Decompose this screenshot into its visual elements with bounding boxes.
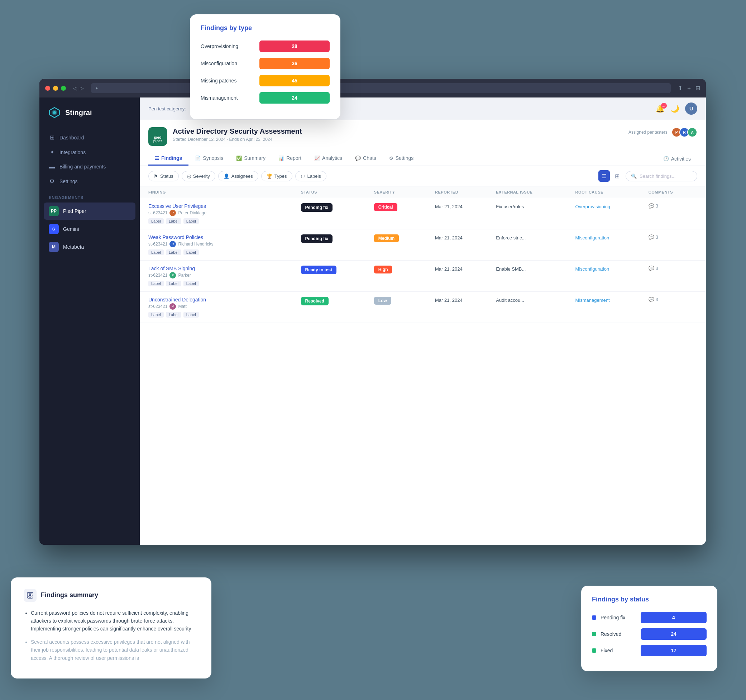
- type-label-1: Overprovisioning: [201, 44, 254, 49]
- status-row-label-1: Pending fix: [600, 615, 636, 620]
- tab-settings[interactable]: ⚙ Settings: [383, 152, 420, 166]
- project-dates: Started December 12, 2024 · Ends on Apri…: [173, 137, 623, 142]
- external-cell-4: Audit accou...: [496, 297, 575, 303]
- labels-filter-label: Labels: [307, 173, 321, 179]
- dashboard-label: Dashboard: [60, 135, 84, 140]
- forward-icon[interactable]: ▷: [80, 85, 84, 91]
- finding-labels-3: Label Label Label: [148, 281, 301, 286]
- add-tab-icon[interactable]: ＋: [686, 84, 692, 92]
- root-cause-link-4[interactable]: Mismanagement: [575, 298, 610, 303]
- severity-cell-1: Critical: [374, 203, 435, 211]
- assignees-filter-label: Assignees: [232, 173, 253, 179]
- summary-tab-label: Summary: [244, 155, 266, 161]
- labels-filter-btn[interactable]: 🏷 Labels: [295, 171, 326, 181]
- tab-activities[interactable]: 🕐 Activities: [657, 152, 697, 166]
- comments-icon-3: 💬: [648, 266, 654, 271]
- report-tab-label: Report: [286, 155, 301, 161]
- status-dot-2: [592, 632, 596, 636]
- finding-name-4[interactable]: Unconstrained Delegation: [148, 297, 301, 303]
- pen-test-label: Pen test catgeroy:: [148, 106, 186, 111]
- assignee-avatar-3: P: [170, 272, 176, 278]
- grid-icon[interactable]: ⊞: [695, 84, 700, 92]
- analytics-tab-label: Analytics: [322, 155, 342, 161]
- tab-synopsis[interactable]: 📄 Synopsis: [188, 152, 230, 166]
- type-value-2: 36: [292, 60, 298, 66]
- card-findings-summary: Findings summary Current password polici…: [11, 577, 211, 679]
- svg-point-2: [53, 111, 56, 114]
- tab-findings[interactable]: ☰ Findings: [148, 152, 188, 166]
- type-label-2: Misconfiguration: [201, 60, 254, 66]
- minimize-traffic-light[interactable]: [53, 86, 58, 91]
- root-cause-link-2[interactable]: Misconfiguration: [575, 235, 609, 241]
- table-row: Lack of SMB Signing st-623421 P Parker L…: [140, 260, 706, 292]
- type-bar-1: 28: [259, 41, 329, 52]
- notification-icon[interactable]: 🔔 17: [656, 104, 665, 113]
- status-filter-btn[interactable]: ⚑ Status: [148, 171, 179, 181]
- tab-chats[interactable]: 💬 Chats: [349, 152, 383, 166]
- th-root-cause: ROOT CAUSE: [575, 190, 648, 194]
- list-view-btn[interactable]: ☰: [599, 170, 610, 182]
- settings-tab-label: Settings: [396, 155, 414, 161]
- share-icon[interactable]: ⬆: [678, 84, 683, 92]
- titlebar-actions: ⬆ ＋ ⊞: [678, 84, 700, 92]
- project-title: Active Directory Security Assessment: [173, 127, 623, 135]
- label-tag: Label: [183, 281, 199, 286]
- project-details: Active Directory Security Assessment Sta…: [173, 127, 623, 142]
- theme-toggle-icon[interactable]: 🌙: [671, 104, 679, 113]
- search-box[interactable]: 🔍 Search findings...: [626, 171, 697, 181]
- grid-view-btn[interactable]: ⊞: [611, 170, 623, 182]
- finding-name-2[interactable]: Weak Password Policies: [148, 235, 301, 240]
- severity-filter-btn[interactable]: ◎ Severity: [182, 171, 215, 181]
- fullscreen-traffic-light[interactable]: [61, 86, 66, 91]
- root-cause-link-1[interactable]: Overprovisioning: [575, 204, 611, 209]
- status-value-3: 17: [671, 648, 677, 653]
- assignees-filter-btn[interactable]: 👤 Assignees: [218, 171, 258, 181]
- finding-name-3[interactable]: Lack of SMB Signing: [148, 266, 301, 271]
- finding-name-1[interactable]: Excessive User Privileges: [148, 203, 301, 209]
- comments-cell-1: 💬 3: [648, 203, 697, 209]
- types-filter-btn[interactable]: 🏆 Types: [261, 171, 292, 181]
- label-tag: Label: [166, 218, 181, 224]
- sidebar-item-billing[interactable]: ▬ Billing and payments: [44, 160, 135, 173]
- close-traffic-light[interactable]: [45, 86, 50, 91]
- search-icon: 🔍: [631, 173, 637, 179]
- app-name: Stingrai: [65, 108, 92, 117]
- tab-analytics[interactable]: 📈 Analytics: [308, 152, 349, 166]
- sidebar-item-dashboard[interactable]: ⊞ Dashboard: [44, 131, 135, 145]
- root-cause-link-3[interactable]: Misconfiguration: [575, 266, 609, 272]
- card-findings-by-type: Findings by type Overprovisioning 28 Mis…: [190, 14, 340, 119]
- type-row-3: Missing patches 45: [201, 75, 329, 86]
- table-row: Unconstrained Delegation st-623421 M Mat…: [140, 292, 706, 323]
- summary-card-title: Findings summary: [41, 592, 98, 599]
- sidebar-item-gemini[interactable]: G Gemini: [44, 220, 135, 238]
- assignee-avatar-2: R: [170, 241, 176, 247]
- project-logo-svg: pied piper: [150, 129, 165, 144]
- user-avatar[interactable]: U: [685, 102, 697, 115]
- status-bar-2: 24: [641, 628, 707, 640]
- engagements-label: ENGAGEMENTS: [39, 188, 140, 203]
- label-icon: 🏷: [301, 173, 305, 179]
- comments-cell-2: 💬 3: [648, 235, 697, 240]
- root-cause-cell-4: Mismanagement: [575, 297, 648, 303]
- findings-tab-label: Findings: [161, 155, 182, 161]
- tab-report[interactable]: 📊 Report: [272, 152, 308, 166]
- address-bar[interactable]: ●: [91, 83, 671, 93]
- severity-badge-1: Critical: [374, 203, 397, 211]
- sidebar-item-pied-piper[interactable]: PP Pied Piper: [44, 203, 135, 220]
- sidebar-item-integrations[interactable]: ✦ Integrations: [44, 145, 135, 159]
- tab-summary[interactable]: ✅ Summary: [230, 152, 272, 166]
- back-icon[interactable]: ◁: [73, 85, 77, 91]
- comments-icon-2: 💬: [648, 235, 654, 240]
- type-row-2: Misconfiguration 36: [201, 58, 329, 69]
- sidebar-item-metabeta[interactable]: M Metabeta: [44, 238, 135, 256]
- project-tabs: ☰ Findings 📄 Synopsis ✅ Summary 📊 Report: [148, 152, 697, 166]
- severity-badge-3: High: [374, 266, 393, 274]
- root-cause-cell-1: Overprovisioning: [575, 203, 648, 210]
- assignee-avatar-4: M: [170, 303, 176, 310]
- sidebar-item-settings[interactable]: ⚙ Settings: [44, 174, 135, 188]
- status-cell-4: Resolved: [301, 297, 374, 306]
- label-tag: Label: [148, 281, 164, 286]
- external-cell-2: Enforce stric...: [496, 235, 575, 241]
- findings-by-type-title: Findings by type: [201, 24, 329, 32]
- settings-nav-icon: ⚙: [49, 178, 55, 185]
